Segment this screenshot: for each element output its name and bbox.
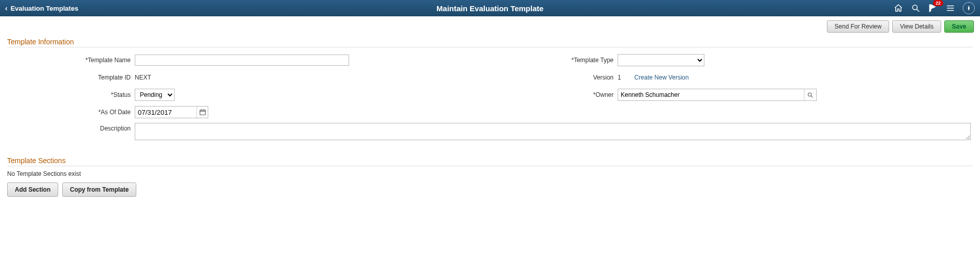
compass-icon[interactable] xyxy=(963,2,975,14)
owner-field xyxy=(618,89,817,101)
home-icon[interactable] xyxy=(893,3,903,13)
notification-badge: 22 xyxy=(933,0,943,6)
action-button-row: Send For Review View Details Save xyxy=(0,16,980,33)
version-value: 1 xyxy=(618,74,621,81)
description-row: Description xyxy=(7,123,973,140)
no-sections-message: No Template Sections exist xyxy=(7,170,973,177)
label-owner: Owner xyxy=(490,91,618,98)
section-button-row: Add Section Copy from Template xyxy=(7,182,973,197)
as-of-date-input[interactable] xyxy=(135,107,197,118)
save-button[interactable]: Save xyxy=(944,20,974,33)
copy-from-template-button[interactable]: Copy from Template xyxy=(62,182,136,197)
add-section-button[interactable]: Add Section xyxy=(7,182,58,197)
section-template-sections-title: Template Sections xyxy=(7,153,973,166)
label-version: Version xyxy=(490,74,618,81)
svg-point-0 xyxy=(913,5,917,10)
page-title: Maintain Evaluation Template xyxy=(436,4,544,13)
template-info-form: Template Name Template ID NEXT Status Pe… xyxy=(7,53,973,122)
description-textarea[interactable] xyxy=(135,123,971,140)
calendar-icon[interactable] xyxy=(197,107,208,118)
label-template-type: Template Type xyxy=(490,57,618,64)
label-template-id: Template ID xyxy=(7,74,135,81)
view-details-button[interactable]: View Details xyxy=(892,20,941,33)
template-id-value: NEXT xyxy=(135,74,151,81)
svg-line-1 xyxy=(917,9,919,12)
header-actions: 22 xyxy=(893,2,975,14)
form-right-column: Template Type Version 1 Create New Versi… xyxy=(490,53,973,122)
label-as-of-date: As Of Date xyxy=(7,109,135,116)
send-for-review-button[interactable]: Send For Review xyxy=(827,20,889,33)
svg-rect-6 xyxy=(200,110,205,115)
owner-lookup-icon[interactable] xyxy=(804,89,816,100)
svg-marker-5 xyxy=(968,6,970,11)
form-left-column: Template Name Template ID NEXT Status Pe… xyxy=(7,53,490,122)
content-area: Template Information Template Name Templ… xyxy=(0,35,980,207)
owner-input[interactable] xyxy=(618,90,804,100)
as-of-date-field xyxy=(135,106,208,118)
search-icon[interactable] xyxy=(911,3,921,13)
section-template-information-title: Template Information xyxy=(7,35,973,47)
template-type-select[interactable] xyxy=(618,54,704,66)
create-new-version-link[interactable]: Create New Version xyxy=(634,74,689,81)
label-description: Description xyxy=(7,123,135,132)
status-select[interactable]: Pending xyxy=(135,89,175,101)
header-bar: ‹ Evaluation Templates Maintain Evaluati… xyxy=(0,0,980,16)
template-name-input[interactable] xyxy=(135,55,349,66)
back-nav[interactable]: ‹ Evaluation Templates xyxy=(5,4,78,12)
back-nav-label: Evaluation Templates xyxy=(11,5,79,12)
svg-line-11 xyxy=(811,96,813,97)
label-template-name: Template Name xyxy=(7,57,135,64)
menu-icon[interactable] xyxy=(945,3,955,13)
svg-point-10 xyxy=(808,93,812,96)
chevron-left-icon: ‹ xyxy=(5,4,8,12)
label-status: Status xyxy=(7,91,135,98)
notifications-icon[interactable]: 22 xyxy=(928,3,938,13)
